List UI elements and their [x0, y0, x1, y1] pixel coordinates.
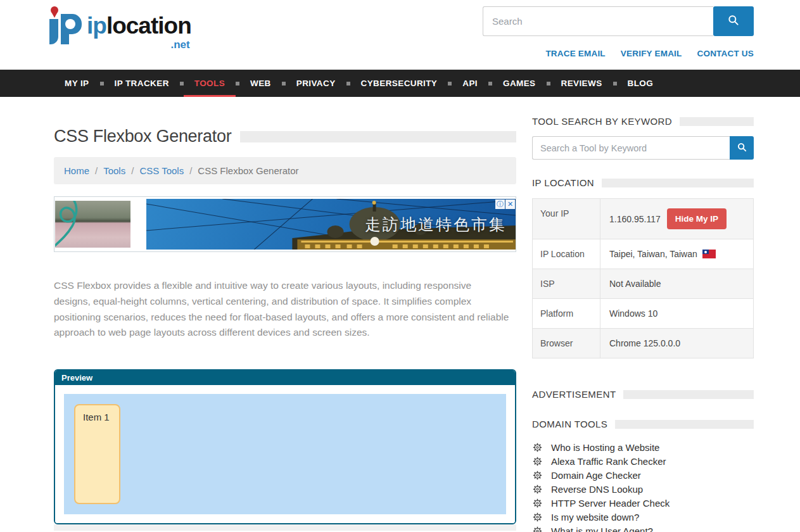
breadcrumb-separator: /	[131, 165, 134, 176]
table-row: Browser Chrome 125.0.0.0	[533, 329, 753, 358]
ip-location-heading-text: IP LOCATION	[532, 177, 594, 188]
ip-row-label: IP Location	[533, 239, 600, 269]
advertisement-heading-text: ADVERTISEMENT	[532, 389, 616, 400]
verify-email-link[interactable]: VERIFY EMAIL	[621, 49, 682, 58]
breadcrumb-tools-link[interactable]: Tools	[103, 165, 125, 176]
preview-panel-header: Preview	[55, 370, 515, 385]
header-right: TRACE EMAIL VERIFY EMAIL CONTACT US	[483, 6, 754, 58]
list-item[interactable]: Who is Hosting a Website	[532, 440, 754, 454]
tool-search-input[interactable]	[532, 136, 730, 160]
trace-email-link[interactable]: TRACE EMAIL	[545, 49, 605, 58]
list-item[interactable]: Is my website down?	[532, 510, 754, 524]
next-section-strip	[54, 524, 516, 531]
gear-icon	[532, 442, 543, 453]
list-item[interactable]: Alexa Traffic Rank Checker	[532, 454, 754, 468]
search-icon	[727, 14, 740, 28]
site-search-input[interactable]	[483, 6, 713, 36]
nav-item-reviews[interactable]: REVIEWS	[550, 70, 613, 97]
tool-search-heading-text: TOOL SEARCH BY KEYWORD	[532, 116, 672, 127]
gear-icon	[532, 456, 543, 467]
your-ip-value: 1.160.95.117	[609, 214, 661, 224]
domain-tool-link[interactable]: Domain Age Checker	[551, 470, 641, 481]
nav-item-web[interactable]: WEB	[239, 70, 282, 97]
title-decor-bar	[240, 131, 516, 142]
heading-decor-bar	[602, 179, 754, 187]
domain-tool-link[interactable]: Who is Hosting a Website	[551, 442, 659, 453]
tool-description: CSS Flexbox provides a flexible and intu…	[54, 278, 510, 341]
page: iplocation .net TRACE EMAIL	[0, 0, 800, 532]
domain-tool-link[interactable]: What is my User Agent?	[551, 526, 653, 532]
ad-info-icon[interactable]: ⓘ	[495, 200, 505, 209]
site-header: iplocation .net TRACE EMAIL	[0, 0, 800, 70]
domain-tool-link[interactable]: Is my website down?	[551, 512, 639, 522]
ad-close-icon[interactable]: ✕	[505, 200, 515, 209]
nav-item-blog[interactable]: BLOG	[617, 70, 664, 97]
header-links: TRACE EMAIL VERIFY EMAIL CONTACT US	[483, 49, 754, 58]
sidebar: TOOL SEARCH BY KEYWORD IP LOCATION	[532, 97, 754, 532]
breadcrumb-separator: /	[95, 165, 98, 176]
list-item[interactable]: Reverse DNS Lookup	[532, 482, 754, 496]
logo-wordmark: iplocation .net	[87, 14, 191, 51]
list-item[interactable]: Domain Age Checker	[532, 468, 754, 482]
breadcrumb-home-link[interactable]: Home	[64, 165, 89, 176]
advertisement-heading: ADVERTISEMENT	[532, 389, 754, 400]
ad-image-landscape	[55, 201, 130, 248]
browser-value: Chrome 125.0.0.0	[600, 329, 753, 358]
breadcrumb-separator: /	[189, 165, 192, 176]
list-item[interactable]: What is my User Agent?	[532, 524, 754, 532]
heading-decor-bar	[680, 117, 754, 126]
contact-us-link[interactable]: CONTACT US	[697, 49, 754, 58]
domain-tools-heading: DOMAIN TOOLS	[532, 419, 754, 429]
ad-overlay-text: 走訪地道特色市集	[365, 214, 507, 235]
table-row: ISP Not Available	[533, 269, 753, 299]
nav-item-api[interactable]: API	[452, 70, 488, 97]
ip-row-value: Taipei, Taiwan, Taiwan	[600, 239, 753, 269]
ad-image-building: 走訪地道特色市集 ⓘ ✕	[146, 199, 516, 250]
ip-row-value: 1.160.95.117 Hide My IP	[600, 199, 753, 239]
preview-panel-body: Item 1	[55, 385, 515, 523]
list-item[interactable]: HTTP Server Header Check	[532, 496, 754, 510]
site-search-form	[483, 6, 754, 36]
nav-item-ip-tracker[interactable]: IP TRACKER	[104, 70, 180, 97]
logo-text-tld: .net	[87, 39, 191, 51]
ip-row-label: Your IP	[533, 199, 600, 239]
nav-item-cybersecurity[interactable]: CYBERSECURITY	[350, 70, 448, 97]
ip-row-label: Platform	[533, 299, 600, 328]
logo-text-location: location	[106, 13, 191, 39]
nav-item-games[interactable]: GAMES	[492, 70, 547, 97]
tool-search-form	[532, 136, 754, 160]
logo-text-ip: ip	[87, 13, 106, 39]
ip-row-label: Browser	[533, 329, 600, 358]
taiwan-flag-icon	[702, 250, 716, 258]
site-logo[interactable]: iplocation .net	[48, 5, 191, 51]
heading-decor-bar	[623, 390, 754, 399]
domain-tool-link[interactable]: Alexa Traffic Rank Checker	[551, 456, 666, 467]
nav-item-my-ip[interactable]: MY IP	[54, 70, 100, 97]
breadcrumb-css-tools-link[interactable]: CSS Tools	[139, 165, 184, 176]
ad-banner[interactable]: 走訪地道特色市集 ⓘ ✕	[54, 196, 516, 252]
isp-value: Not Available	[600, 269, 753, 298]
ip-location-value: Taipei, Taiwan, Taiwan	[609, 249, 697, 259]
domain-tool-link[interactable]: HTTP Server Header Check	[551, 498, 670, 509]
content: CSS Flexbox Generator Home / Tools / CSS…	[0, 97, 800, 532]
title-row: CSS Flexbox Generator	[54, 127, 516, 146]
gear-icon	[532, 498, 543, 509]
ip-row-label: ISP	[533, 269, 600, 298]
domain-tools-heading-text: DOMAIN TOOLS	[532, 419, 607, 429]
site-search-button[interactable]	[713, 6, 754, 36]
logo-mark-icon	[48, 5, 84, 48]
ip-location-heading: IP LOCATION	[532, 177, 754, 188]
domain-tool-link[interactable]: Reverse DNS Lookup	[551, 484, 643, 495]
table-row: Your IP 1.160.95.117 Hide My IP	[533, 199, 753, 239]
hide-my-ip-button[interactable]: Hide My IP	[667, 208, 727, 229]
nav-item-tools[interactable]: TOOLS	[184, 70, 236, 97]
platform-value: Windows 10	[600, 299, 753, 328]
flexbox-preview-container: Item 1	[64, 394, 506, 514]
heading-decor-bar	[615, 420, 754, 429]
nav-item-privacy[interactable]: PRIVACY	[286, 70, 346, 97]
flexbox-preview-item: Item 1	[74, 404, 120, 504]
domain-tools-list: Who is Hosting a Website Alexa Traffic R…	[532, 440, 754, 532]
gear-icon	[532, 484, 543, 495]
search-icon	[737, 142, 747, 155]
tool-search-button[interactable]	[730, 136, 754, 160]
